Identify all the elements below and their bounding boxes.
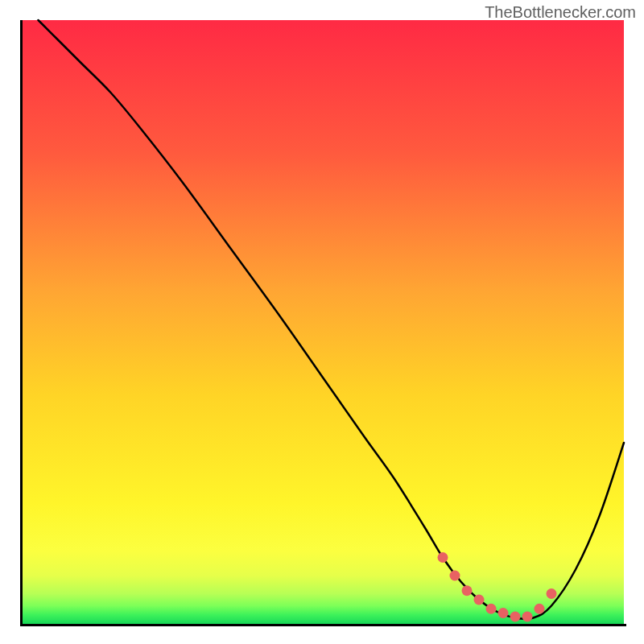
curve-layer	[20, 20, 624, 624]
svg-point-6	[498, 608, 509, 618]
attribution-watermark: TheBottlenecker.com	[485, 3, 636, 22]
svg-point-1	[438, 552, 448, 563]
svg-point-10	[547, 588, 557, 599]
svg-point-3	[462, 585, 473, 596]
svg-point-7	[510, 612, 521, 622]
svg-point-2	[450, 571, 460, 581]
x-axis	[20, 624, 626, 626]
bottleneck-curve	[39, 20, 625, 619]
svg-point-8	[522, 612, 533, 622]
svg-point-5	[486, 604, 497, 614]
svg-point-4	[474, 595, 485, 605]
chart-container: TheBottlenecker.com	[0, 0, 644, 644]
svg-point-9	[535, 604, 545, 614]
y-axis	[20, 20, 23, 626]
